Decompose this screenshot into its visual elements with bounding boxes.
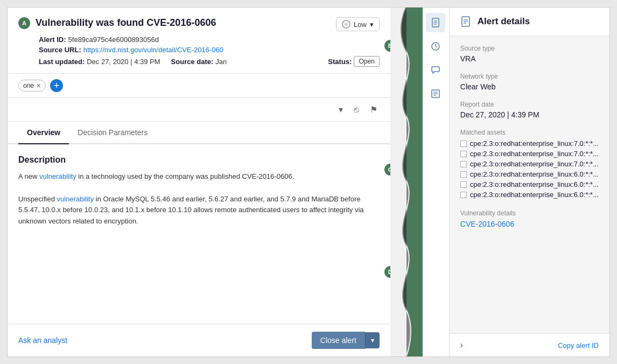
asset-item: cpe:2.3:o:redhat:enterprise_linux:7.0:*:… [460, 159, 599, 169]
asset-value: cpe:2.3:o:redhat:enterprise_linux:7.0:*:… [470, 139, 599, 148]
panel-footer: Ask an analyst Close alert ▾ [8, 324, 390, 356]
flag-icon: ⚑ [370, 104, 377, 115]
asset-item: cpe:2.3:o:redhat:enterprise_linux:7.0:*:… [460, 149, 599, 159]
svg-line-6 [436, 46, 437, 47]
asset-value: cpe:2.3:o:redhat:enterprise_linux:6.0:*:… [470, 180, 599, 188]
asset-item: cpe:2.3:o:redhat:enterprise_linux:7.0:*:… [460, 138, 599, 149]
asset-checkbox [460, 161, 467, 167]
asset-value: cpe:2.3:o:redhat:enterprise_linux:7.0:*:… [470, 160, 599, 168]
right-panel-header: Alert details [450, 8, 609, 36]
network-type-section: Network type Clear Web [460, 73, 599, 91]
network-type-value: Clear Web [460, 82, 599, 91]
sidebar-icon-list[interactable] [426, 84, 445, 103]
tags-row: one ✕ + [8, 74, 390, 98]
description-text: A new vulnerability in a technology used… [18, 171, 380, 227]
priority-icon: ⊕ [342, 20, 350, 29]
alert-header: A Vulnerability was found CVE-2016-0606 … [8, 8, 390, 74]
asset-checkbox [460, 192, 467, 198]
report-date-label: Report date [460, 101, 599, 108]
tab-decision-parameters[interactable]: Decision Parameters [69, 122, 156, 144]
alert-title: Vulnerability was found CVE-2016-0606 [36, 17, 216, 29]
source-date-label: Source date: [171, 58, 214, 66]
sidebar [423, 8, 450, 356]
status-label: Status: [328, 58, 352, 66]
vulnerability-link-1[interactable]: vulnerability [39, 172, 76, 180]
priority-label: Low [354, 20, 367, 29]
source-date-value: Jan [215, 58, 227, 66]
source-type-label: Source type [460, 45, 599, 52]
tag-remove-icon[interactable]: ✕ [36, 82, 41, 89]
right-panel-title: Alert details [478, 16, 530, 27]
expand-button[interactable]: › [460, 340, 463, 350]
report-date-section: Report date Dec 27, 2020 | 4:39 PM [460, 101, 599, 119]
tab-overview[interactable]: Overview [18, 122, 69, 144]
priority-button[interactable]: ⊕ Low ▾ [336, 17, 380, 31]
asset-checkbox [460, 171, 467, 178]
close-alert-group: Close alert ▾ [312, 332, 380, 349]
action-icons-row: ▾ ⎋ ⚑ [8, 98, 390, 122]
matched-assets-section: Matched assets cpe:2.3:o:redhat:enterpri… [460, 129, 599, 200]
asset-item: cpe:2.3:o:redhat:enterprise_linux:6.0:*:… [460, 190, 599, 200]
sidebar-icon-document[interactable] [426, 13, 445, 32]
dropdown-button[interactable]: ▾ [336, 102, 345, 117]
close-alert-button[interactable]: Close alert [312, 332, 365, 349]
asset-item: cpe:2.3:o:redhat:enterprise_linux:6.0:*:… [460, 179, 599, 190]
vuln-details-link[interactable]: CVE-2016-0606 [460, 220, 514, 228]
asset-value: cpe:2.3:o:redhat:enterprise_linux:7.0:*:… [470, 150, 599, 158]
vuln-details-label: Vulnerability details [460, 209, 599, 217]
right-panel: Alert details Source type VRA Network ty… [423, 8, 609, 356]
alert-id-value: 5fe89ca975c4e6000893056d [68, 36, 159, 44]
asset-checkbox [460, 141, 467, 147]
tag-label: one [23, 82, 34, 89]
status-badge: Open [354, 56, 379, 67]
share-button[interactable]: ⎋ [352, 103, 361, 117]
sidebar-icon-clock[interactable] [426, 37, 445, 56]
vuln-details-section: Vulnerability details CVE-2016-0606 [460, 209, 599, 229]
circle-a-label: A [18, 17, 30, 29]
copy-alert-id-button[interactable]: Copy alert ID [558, 341, 599, 349]
asset-checkbox [460, 181, 467, 188]
last-updated-label: Last updated: [39, 58, 85, 66]
close-alert-chevron-button[interactable]: ▾ [365, 332, 380, 348]
source-type-section: Source type VRA [460, 45, 599, 63]
source-type-value: VRA [460, 54, 599, 63]
source-url-label: Source URL: [39, 46, 81, 54]
description-title: Description [18, 155, 380, 165]
network-type-label: Network type [460, 73, 599, 80]
priority-chevron-icon: ▾ [370, 20, 374, 29]
tag-one[interactable]: one ✕ [18, 80, 46, 92]
asset-checkbox [460, 151, 467, 157]
sidebar-icon-chat[interactable] [426, 60, 445, 80]
content-area: Description A new vulnerability in a tec… [8, 144, 390, 324]
ask-analyst-link[interactable]: Ask an analyst [18, 336, 67, 345]
source-url-link[interactable]: https://nvd.nist.gov/vuln/detail/CVE-201… [83, 46, 223, 54]
chevron-right-icon: › [460, 340, 463, 350]
right-panel-body: Source type VRA Network type Clear Web R… [450, 36, 609, 333]
share-icon: ⎋ [354, 105, 359, 115]
report-date-value: Dec 27, 2020 | 4:39 PM [460, 110, 599, 119]
asset-value: cpe:2.3:o:redhat:enterprise_linux:6.0:*:… [470, 170, 599, 178]
last-updated-value: Dec 27, 2020 | 4:39 PM [87, 58, 160, 66]
vulnerability-link-2[interactable]: vulnerability [57, 195, 94, 203]
asset-value: cpe:2.3:o:redhat:enterprise_linux:6.0:*:… [470, 191, 599, 199]
dropdown-icon: ▾ [339, 104, 343, 115]
tabs-row: Overview Decision Parameters [8, 122, 390, 144]
right-panel-header-icon [460, 16, 471, 27]
matched-assets-list: cpe:2.3:o:redhat:enterprise_linux:7.0:*:… [460, 138, 599, 200]
alert-id-label: Alert ID: [39, 36, 66, 44]
matched-assets-label: Matched assets [460, 129, 599, 136]
right-panel-footer: › Copy alert ID [450, 333, 609, 356]
flag-button[interactable]: ⚑ [368, 102, 380, 117]
add-tag-button[interactable]: + [50, 79, 63, 92]
asset-item: cpe:2.3:o:redhat:enterprise_linux:6.0:*:… [460, 169, 599, 179]
